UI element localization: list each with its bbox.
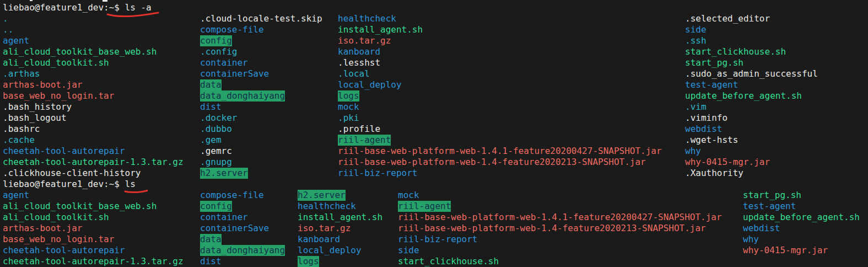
listing-row: webdist xyxy=(685,124,818,135)
listing-row: .wget-hsts xyxy=(685,135,818,146)
file-entry: arthas-boot.jar xyxy=(3,223,83,234)
file-entry: ali_cloud_toolkit_base_web.sh xyxy=(3,46,157,57)
listing-row: local_deploy xyxy=(338,79,662,90)
file-entry: data xyxy=(200,234,222,245)
listing-row: start_clickhouse.sh xyxy=(398,256,722,267)
file-entry: .cloud-locale-test.skip xyxy=(200,13,322,24)
listing-row: .ssh xyxy=(685,35,818,46)
listing-row: base_web_no_login.tar xyxy=(3,234,184,245)
file-entry: update_before_agent.sh xyxy=(743,212,860,223)
listing-row: mock xyxy=(338,102,662,113)
file-entry: .gemrc xyxy=(200,146,232,157)
file-entry: riil-base-web-platform-web-1.4-feature20… xyxy=(398,223,706,234)
listing-row: .profile xyxy=(338,124,662,135)
listing-row: why-0415-mgr.jar xyxy=(685,157,818,168)
file-entry: .bash_logout xyxy=(3,113,67,124)
file-entry: cheetah-tool-autorepair xyxy=(3,245,125,256)
file-entry: iso.tar.gz xyxy=(298,223,351,234)
file-entry: agent xyxy=(3,190,29,201)
listing-row: ali_cloud_toolkit.sh xyxy=(3,57,184,68)
listing-row: riil-base-web-platform-web-1.4-feature20… xyxy=(398,223,722,234)
file-entry: .sudo_as_admin_successful xyxy=(685,68,818,79)
file-entry: riil-biz-report xyxy=(338,168,418,179)
file-entry: .selected_editor xyxy=(685,13,770,24)
listing-row: install_agent.sh xyxy=(298,212,382,223)
listing-row: .docker xyxy=(200,113,322,124)
listing-row: kanboard xyxy=(298,234,382,245)
file-entry: riil-base-web-platform-web-1.4.1-feature… xyxy=(338,146,662,157)
listing-column: ...agentali_cloud_toolkit_base_web.shali… xyxy=(3,13,184,179)
listing-column: mockriil-agentriil-base-web-platform-web… xyxy=(398,190,722,267)
listing-row: install_agent.sh xyxy=(338,24,662,35)
listing-row: kanboard xyxy=(338,46,662,57)
listing-row: h2.server xyxy=(200,168,322,179)
file-entry: .. xyxy=(3,24,13,35)
terminal-window[interactable]: liebao@feature1_dev:~$ ls -a ...agentali… xyxy=(0,0,868,267)
listing-row: why xyxy=(685,146,818,157)
listing-row: .bashrc xyxy=(3,124,184,135)
file-entry: ali_cloud_toolkit.sh xyxy=(3,212,109,223)
listing-row: base_web_no_login.tar xyxy=(3,90,184,102)
file-entry: .vim xyxy=(685,102,707,113)
file-entry: start_clickhouse.sh xyxy=(685,46,786,57)
listing-row: .clickhouse-client-history xyxy=(3,168,184,179)
listing-row: side xyxy=(685,24,818,35)
listing-row: logs xyxy=(338,90,662,102)
listing-column: h2.serverhealthcheckinstall_agent.shiso.… xyxy=(298,190,382,267)
shell-prompt-2: liebao@feature1_dev:~$ xyxy=(3,179,120,190)
file-entry: logs xyxy=(338,90,359,102)
listing-row: riil-base-web-platform-web-1.4.1-feature… xyxy=(338,146,662,157)
file-entry: ali_cloud_toolkit_base_web.sh xyxy=(3,201,157,212)
listing-row: data xyxy=(200,79,322,90)
file-entry: data_donghaiyang xyxy=(200,245,285,256)
listing-row: .vim xyxy=(685,102,818,113)
listing-row: .arthas xyxy=(3,68,184,79)
listing-row: ali_cloud_toolkit_base_web.sh xyxy=(3,46,184,57)
file-entry: .lesshst xyxy=(338,57,380,68)
file-entry: .cache xyxy=(3,135,35,146)
listing-row: compose-file xyxy=(200,24,322,35)
listing-row: test-agent xyxy=(685,79,818,90)
file-entry: test-agent xyxy=(685,79,738,90)
file-entry: data xyxy=(200,79,222,90)
listing-column: .cloud-locale-test.skipcompose-fileconfi… xyxy=(200,13,322,179)
listing-column: start_pg.shtest-agentupdate_before_agent… xyxy=(743,190,860,256)
file-entry: healthcheck xyxy=(298,201,356,212)
listing-column: agentali_cloud_toolkit_base_web.shali_cl… xyxy=(3,190,184,267)
listing-row: riil-base-web-platform-web-1.4.1-feature… xyxy=(398,212,722,223)
file-entry: cheetah-tool-autorepair-1.3.tar.gz xyxy=(3,157,184,168)
listing-row: . xyxy=(3,13,184,24)
listing-row: cheetah-tool-autorepair xyxy=(3,245,184,256)
file-entry: compose-file xyxy=(200,190,264,201)
listing-row: iso.tar.gz xyxy=(298,223,382,234)
file-entry: data_donghaiyang xyxy=(200,90,285,102)
file-entry: ali_cloud_toolkit.sh xyxy=(3,57,109,68)
file-entry: riil-agent xyxy=(398,201,451,212)
listing-row: cheetah-tool-autorepair-1.3.tar.gz xyxy=(3,157,184,168)
file-entry: config xyxy=(200,35,232,46)
listing-row: .gem xyxy=(200,135,322,146)
file-entry: .pki xyxy=(338,113,359,124)
listing-row: .lesshst xyxy=(338,57,662,68)
listing-row: local_deploy xyxy=(298,245,382,256)
file-entry: . xyxy=(3,13,8,24)
listing-row: config xyxy=(200,35,322,46)
listing-row: healthcheck xyxy=(338,13,662,24)
listing-row: side xyxy=(398,245,722,256)
file-entry: container xyxy=(200,212,248,223)
listing-row: mock xyxy=(398,190,722,201)
file-entry: .clickhouse-client-history xyxy=(3,168,141,179)
listing-row: webdist xyxy=(743,223,860,234)
listing-row: .viminfo xyxy=(685,113,818,124)
listing-row: dist xyxy=(200,102,322,113)
file-entry: dist xyxy=(200,102,222,113)
listing-row: test-agent xyxy=(743,201,860,212)
file-entry: containerSave xyxy=(200,68,269,79)
file-entry: .local xyxy=(338,68,370,79)
file-entry: .arthas xyxy=(3,68,40,79)
prompt-line-2: liebao@feature1_dev:~$ ls xyxy=(3,179,136,190)
listing-row: data xyxy=(200,234,285,245)
listing-row: .config xyxy=(200,46,322,57)
listing-row: update_before_agent.sh xyxy=(743,212,860,223)
file-entry: .ssh xyxy=(685,35,707,46)
